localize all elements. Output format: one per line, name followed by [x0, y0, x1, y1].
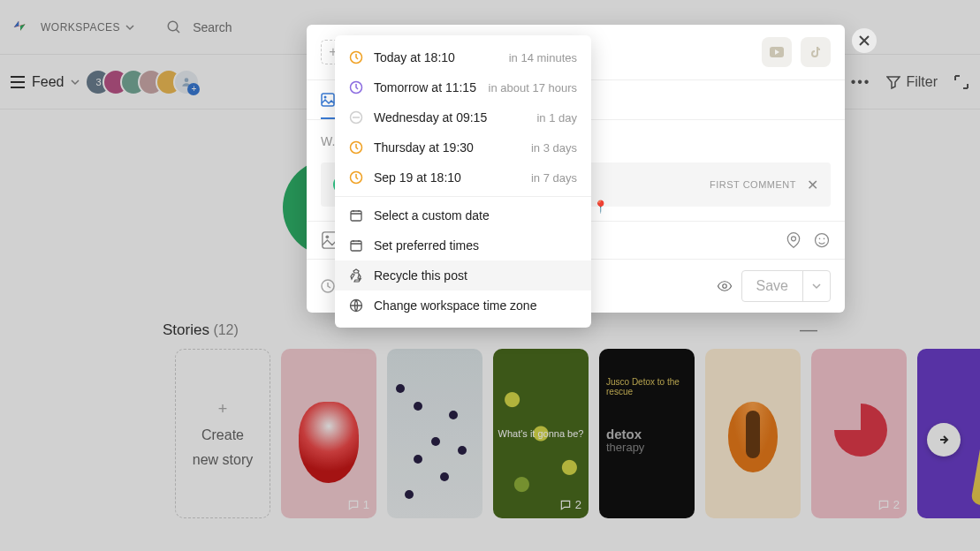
save-dropdown-button[interactable]: [803, 271, 830, 301]
svg-rect-19: [351, 241, 361, 251]
custom-date-option[interactable]: Select a custom date: [335, 200, 591, 230]
schedule-option-rel: in 7 days: [531, 171, 577, 185]
schedule-option-rel: in about 17 hours: [489, 81, 577, 94]
preferred-times-label: Set preferred times: [374, 238, 479, 253]
svg-point-12: [722, 284, 726, 289]
schedule-option[interactable]: Tomorrow at 11:15 in about 17 hours: [335, 72, 591, 102]
dropdown-separator: [335, 196, 591, 197]
svg-rect-18: [351, 211, 361, 221]
custom-date-label: Select a custom date: [374, 208, 490, 223]
schedule-option-label: Sep 19 at 18:10: [374, 170, 461, 185]
save-button[interactable]: Save: [742, 271, 803, 301]
schedule-option[interactable]: Today at 18:10 in 14 minutes: [335, 42, 591, 72]
schedule-option-label: Thursday at 19:30: [374, 140, 474, 155]
chevron-down-icon: [812, 282, 821, 291]
network-youtube[interactable]: [762, 37, 792, 67]
svg-point-7: [792, 237, 796, 241]
clock-icon: [349, 50, 363, 64]
change-timezone-option[interactable]: Change workspace time zone: [335, 291, 591, 321]
image-icon: [321, 93, 335, 107]
calendar-icon: [349, 238, 363, 253]
clock-icon: [321, 279, 335, 293]
save-button-group: Save: [741, 270, 831, 302]
location-button[interactable]: [785, 231, 802, 249]
close-modal-button[interactable]: [852, 28, 877, 53]
change-timezone-label: Change workspace time zone: [374, 298, 536, 313]
schedule-option-rel: in 14 minutes: [509, 51, 577, 64]
location-pin-icon: 📍: [593, 200, 608, 214]
clock-icon: [349, 170, 363, 185]
recycle-label: Recycle this post: [374, 268, 467, 283]
first-comment-title: FIRST COMMENT: [710, 179, 796, 190]
svg-point-10: [824, 238, 825, 240]
schedule-option[interactable]: Sep 19 at 18:10 in 7 days: [335, 162, 591, 192]
close-icon: [859, 35, 870, 46]
remove-first-comment-button[interactable]: ✕: [807, 177, 818, 193]
clock-icon: [349, 110, 363, 125]
emoji-button[interactable]: [813, 231, 831, 249]
schedule-option-rel: in 3 days: [531, 141, 577, 155]
schedule-option-label: Today at 18:10: [374, 50, 455, 64]
svg-point-6: [326, 236, 330, 239]
schedule-option[interactable]: Thursday at 19:30 in 3 days: [335, 132, 591, 162]
compose-tab[interactable]: [321, 86, 335, 119]
recycle-post-option[interactable]: Recycle this post: [335, 260, 591, 291]
svg-point-9: [819, 238, 821, 240]
clock-icon: [349, 80, 363, 94]
schedule-option-rel: in 1 day: [536, 111, 577, 125]
svg-rect-3: [322, 94, 334, 106]
globe-icon: [349, 298, 363, 313]
schedule-option[interactable]: Wednesday at 09:15 in 1 day: [335, 102, 591, 132]
youtube-icon: [770, 47, 784, 57]
clock-icon: [349, 140, 363, 155]
schedule-dropdown: Today at 18:10 in 14 minutes Tomorrow at…: [335, 35, 591, 328]
svg-point-4: [324, 96, 327, 99]
schedule-option-label: Wednesday at 09:15: [374, 110, 487, 125]
network-tiktok[interactable]: [801, 37, 831, 67]
schedule-option-label: Tomorrow at 11:15: [374, 80, 476, 94]
preview-button[interactable]: [717, 278, 733, 294]
calendar-icon: [349, 208, 363, 223]
tiktok-icon: [809, 46, 822, 58]
recycle-icon: [349, 268, 363, 283]
preferred-times-option[interactable]: Set preferred times: [335, 230, 591, 260]
svg-point-8: [816, 234, 829, 247]
